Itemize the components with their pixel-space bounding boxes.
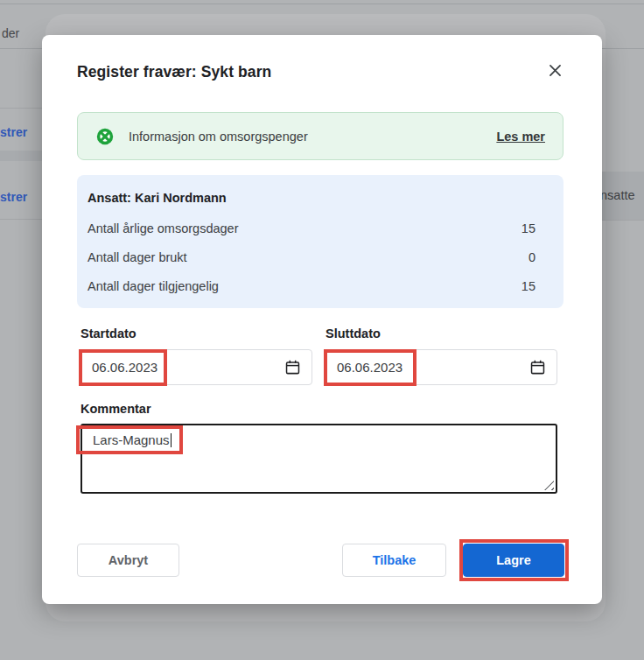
register-absence-dialog: Register fravær: Sykt barn xyxy=(42,35,602,604)
text-caret xyxy=(171,433,172,447)
info-banner: Informasjon om omsorgspenger Les mer xyxy=(77,112,564,160)
end-date-value: 06.06.2023 xyxy=(337,360,402,375)
banner-message: Informasjon om omsorgspenger xyxy=(129,130,308,144)
end-date-label: Sluttdato xyxy=(326,326,381,341)
comment-label: Kommentar xyxy=(80,402,151,416)
background-register-link[interactable]: strer xyxy=(0,190,27,204)
summary-row: Antall årlige omsorgsdager 15 xyxy=(88,221,536,235)
background-register-link[interactable]: strer xyxy=(0,125,27,139)
cancel-button[interactable]: Avbryt xyxy=(77,544,179,577)
summary-row-value: 15 xyxy=(522,221,536,235)
save-button[interactable]: Lagre xyxy=(463,544,564,577)
background-row-divider xyxy=(602,220,644,221)
close-button[interactable] xyxy=(542,60,567,84)
employee-summary-box: Ansatt: Kari Nordmann Antall årlige omso… xyxy=(77,175,564,308)
summary-row-label: Antall dager brukt xyxy=(88,250,187,264)
background-divider xyxy=(0,4,644,4)
resize-handle-icon[interactable] xyxy=(544,481,554,490)
back-button[interactable]: Tilbake xyxy=(342,544,446,577)
summary-row: Antall dager brukt 0 xyxy=(88,250,536,264)
close-icon xyxy=(547,62,564,81)
background-row-divider xyxy=(0,219,42,220)
summary-row: Antall dager tilgjengelig 15 xyxy=(88,279,536,293)
start-date-input[interactable]: 06.06.2023 xyxy=(80,349,312,385)
calendar-icon[interactable] xyxy=(529,359,546,376)
summary-row-value: 0 xyxy=(528,250,536,264)
page-background: der strer strer nsatte Register fravær: … xyxy=(0,0,644,660)
background-partial-text: nsatte xyxy=(600,188,635,202)
employee-name-header: Ansatt: Kari Nordmann xyxy=(88,189,536,207)
dialog-title: Register fravær: Sykt barn xyxy=(77,63,271,81)
read-more-link[interactable]: Les mer xyxy=(496,130,545,144)
summary-row-label: Antall årlige omsorgsdager xyxy=(88,221,238,235)
comment-text: Lars-Magnus xyxy=(93,432,170,447)
summary-row-value: 15 xyxy=(522,279,536,293)
background-row-divider xyxy=(0,108,42,109)
background-row-shade xyxy=(0,151,42,161)
start-date-label: Startdato xyxy=(80,326,136,341)
lifebuoy-icon xyxy=(95,127,115,146)
start-date-value: 06.06.2023 xyxy=(92,360,158,375)
summary-row-label: Antall dager tilgjengelig xyxy=(88,279,219,293)
calendar-icon[interactable] xyxy=(284,359,301,376)
background-partial-text: der xyxy=(2,26,19,40)
comment-textarea[interactable]: Lars-Magnus xyxy=(80,424,557,494)
end-date-input[interactable]: 06.06.2023 xyxy=(326,349,557,385)
